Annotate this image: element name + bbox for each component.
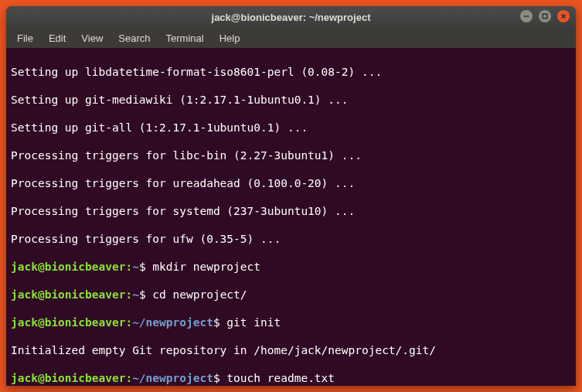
prompt-sep: : (125, 261, 132, 273)
titlebar[interactable]: jack@bionicbeaver: ~/newproject (6, 6, 576, 28)
output-line: Setting up git-mediawiki (1:2.17.1-1ubun… (11, 93, 571, 107)
menu-search[interactable]: Search (112, 30, 156, 46)
prompt-sep: : (125, 288, 132, 301)
close-icon (560, 13, 567, 19)
prompt-dollar: $ (139, 288, 146, 301)
prompt-path: ~ (132, 288, 139, 301)
close-button[interactable] (557, 10, 570, 22)
prompt-dollar: $ (213, 316, 220, 329)
menu-edit[interactable]: Edit (43, 30, 72, 46)
prompt-sep: : (125, 372, 132, 384)
output-line: Processing triggers for systemd (237-3ub… (11, 204, 571, 218)
command-text: git init (220, 316, 281, 329)
command-text: mkdir newproject (146, 261, 260, 273)
command-text: touch readme.txt (220, 372, 335, 384)
command-text: cd newproject/ (146, 288, 247, 301)
output-line: Processing triggers for ureadahead (0.10… (11, 176, 571, 190)
terminal-window: jack@bionicbeaver: ~/newproject File Edi… (6, 6, 576, 386)
minimize-button[interactable] (520, 10, 533, 22)
prompt-userhost: jack@bionicbeaver (11, 316, 125, 329)
maximize-button[interactable] (539, 10, 551, 22)
maximize-icon (542, 13, 548, 19)
prompt-userhost: jack@bionicbeaver (11, 372, 125, 384)
prompt-userhost: jack@bionicbeaver (11, 288, 125, 301)
prompt-sep: : (125, 316, 132, 329)
menubar: File Edit View Search Terminal Help (6, 28, 576, 48)
prompt-line: jack@bionicbeaver:~$ mkdir newproject (11, 260, 571, 274)
prompt-line: jack@bionicbeaver:~$ cd newproject/ (11, 288, 571, 302)
svg-rect-1 (543, 14, 547, 19)
prompt-line: jack@bionicbeaver:~/newproject$ git init (11, 315, 571, 329)
output-line: Processing triggers for ufw (0.35-5) ... (11, 232, 571, 246)
output-line: Setting up git-all (1:2.17.1-1ubuntu0.1)… (11, 121, 571, 135)
output-line: Initialized empty Git repository in /hom… (11, 343, 571, 357)
window-title: jack@bionicbeaver: ~/newproject (212, 12, 371, 23)
menu-terminal[interactable]: Terminal (160, 30, 210, 46)
minimize-icon (523, 13, 529, 19)
prompt-path: ~ (132, 261, 139, 273)
menu-view[interactable]: View (75, 30, 109, 46)
prompt-path: ~/newproject (132, 316, 213, 329)
menu-help[interactable]: Help (213, 30, 247, 46)
prompt-dollar: $ (139, 261, 146, 273)
prompt-dollar: $ (213, 372, 220, 384)
window-controls (520, 10, 570, 22)
prompt-line: jack@bionicbeaver:~/newproject$ touch re… (11, 371, 571, 385)
menu-file[interactable]: File (11, 30, 39, 46)
output-line: Setting up libdatetime-format-iso8601-pe… (11, 65, 571, 79)
prompt-userhost: jack@bionicbeaver (11, 261, 125, 273)
output-line: Processing triggers for libc-bin (2.27-3… (11, 148, 571, 162)
terminal-body[interactable]: Setting up libdatetime-format-iso8601-pe… (6, 48, 576, 386)
prompt-path: ~/newproject (132, 372, 213, 384)
